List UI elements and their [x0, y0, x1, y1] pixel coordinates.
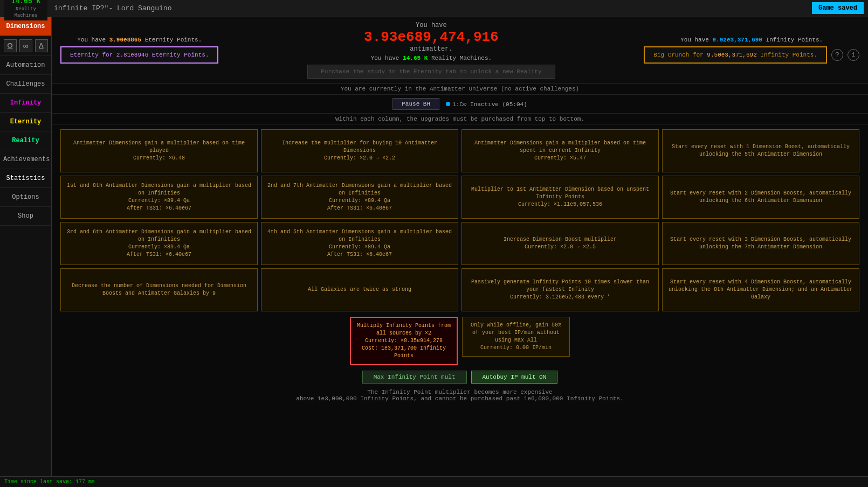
infinity-value: 9.92e3,371,690 — [713, 37, 762, 43]
sidebar-item-options[interactable]: Options — [0, 188, 51, 207]
upgrade-4-2[interactable]: All Galaxies are twice as strong — [261, 268, 458, 311]
upgrade-4-1[interactable]: Decrease the number of Dimensions needed… — [60, 268, 258, 311]
info-icon[interactable]: i — [848, 49, 859, 61]
sidebar-item-achievements[interactable]: Achievements — [0, 150, 51, 169]
reality-machines-value: 14.65 K — [8, 0, 44, 6]
sidebar-item-challenges[interactable]: Challenges — [0, 75, 51, 94]
upgrade-2-4[interactable]: Start every reset with 2 Dimension Boost… — [662, 176, 859, 219]
upgrades-row-3: 3rd and 6th Antimatter Dimensions gain a… — [60, 222, 859, 265]
bottom-bar: Time since last save: 177 ms — [0, 476, 868, 487]
upgrade-1-2[interactable]: Increase the multiplier for buying 10 An… — [261, 129, 458, 172]
reality-label: Reality — [8, 6, 44, 13]
eternity-btn-label: Eternity for — [70, 52, 113, 58]
upgrades-area: Antimatter Dimensions gain a multiplier … — [52, 125, 868, 408]
sidebar: Dimensions Ω ∞ Δ Automation Challenges I… — [0, 17, 52, 476]
antimatter-section: You have 3.93e689,474,916 antimatter. Yo… — [307, 22, 555, 79]
rm-display-label: You have — [371, 55, 399, 61]
big-crunch-value: 9.50e3,371,692 — [707, 52, 756, 58]
eternity-stat-block: You have 3.90e8865 Eternity Points. — [77, 37, 202, 43]
header-stats: You have 3.90e8865 Eternity Points. Eter… — [52, 17, 868, 84]
column-hint: Within each column, the upgrades must be… — [52, 114, 868, 125]
eternity-value: 3.90e8865 — [109, 37, 141, 43]
rm-display-value: 14.65 K — [403, 55, 428, 61]
bottom-upgrade-2[interactable]: Only while offline, gain 50% of your bes… — [462, 317, 570, 357]
bh-status-text: 1:C⊙ Inactive (05:04) — [452, 101, 527, 108]
upgrade-1-1[interactable]: Antimatter Dimensions gain a multiplier … — [60, 129, 258, 172]
eternity-btn-value: 2.81e8946 — [116, 52, 148, 58]
upgrade-2-3[interactable]: Multiplier to 1st Antimatter Dimension b… — [461, 176, 659, 219]
sidebar-item-shop[interactable]: Shop — [0, 207, 51, 226]
reality-machines-display: 14.65 K Reality Machines — [4, 0, 47, 20]
delta-icon-btn[interactable]: Δ — [35, 39, 48, 52]
sidebar-dimension-icons: Ω ∞ Δ — [0, 36, 51, 56]
hint-line-2: above 1e3,000,000 Infinity Points, and c… — [65, 395, 855, 402]
eternity-label: You have — [77, 37, 106, 43]
eternity-points-label: Eternity Points. — [145, 37, 202, 43]
upgrade-4-4[interactable]: Start every reset with 4 Dimension Boost… — [662, 268, 859, 311]
bh-status: 1:C⊙ Inactive (05:04) — [446, 101, 527, 108]
machines-label: Machines — [8, 13, 44, 19]
eternity-btn-suffix: Eternity Points. — [152, 52, 209, 58]
bottom-upgrades: Multiply Infinity Points from all source… — [60, 315, 859, 367]
main-layout: Dimensions Ω ∞ Δ Automation Challenges I… — [0, 17, 868, 476]
upgrade-3-1[interactable]: 3rd and 6th Antimatter Dimensions gain a… — [60, 222, 258, 265]
hint-line-1: The Infinity Point multiplier becomes mo… — [65, 389, 855, 395]
hint-text: The Infinity Point multiplier becomes mo… — [60, 387, 859, 404]
upgrades-row-1: Antimatter Dimensions gain a multiplier … — [60, 129, 859, 172]
upgrade-3-4[interactable]: Start every reset with 3 Dimension Boost… — [662, 222, 859, 265]
big-crunch-label: Big Crunch for — [653, 52, 703, 58]
help-icon[interactable]: ? — [831, 49, 843, 61]
antimatter-label1: You have — [307, 22, 555, 29]
upgrade-1-3[interactable]: Antimatter Dimensions gain a multiplier … — [461, 129, 659, 172]
page-title: infinite IP?"- Lord Sanguino — [54, 4, 171, 12]
pause-bh-button[interactable]: Pause BH — [392, 98, 439, 110]
sidebar-item-reality[interactable]: Reality — [0, 131, 51, 150]
antimatter-value: 3.93e689,474,916 — [307, 29, 555, 45]
sidebar-item-automation[interactable]: Automation — [0, 56, 51, 75]
upgrade-3-3[interactable]: Increase Dimension Boost multiplier Curr… — [461, 222, 659, 265]
max-infinity-mult-button[interactable]: Max Infinity Point mult — [362, 371, 467, 384]
sidebar-item-eternity[interactable]: Eternity — [0, 113, 51, 131]
upgrades-row-4: Decrease the number of Dimensions needed… — [60, 268, 859, 311]
bottom-bar-text: Time since last save: 177 ms — [4, 479, 95, 485]
upgrade-2-2[interactable]: 2nd and 7th Antimatter Dimensions gain a… — [261, 176, 458, 219]
action-buttons: Max Infinity Point mult Autobuy IP mult … — [60, 367, 859, 387]
content-area: You have 3.90e8865 Eternity Points. Eter… — [52, 17, 868, 476]
sidebar-item-infinity[interactable]: Infinity — [0, 94, 51, 113]
sidebar-item-statistics[interactable]: Statistics — [0, 169, 51, 188]
big-crunch-suffix: Infinity Points. — [760, 52, 817, 58]
game-saved-button[interactable]: Game saved — [812, 2, 864, 14]
purchase-study-button[interactable]: Purchase the study in the Eternity tab t… — [307, 65, 555, 79]
eternity-button[interactable]: Eternity for 2.81e8946 Eternity Points. — [60, 46, 218, 64]
control-bar: Pause BH 1:C⊙ Inactive (05:04) — [52, 95, 868, 114]
autobuy-ip-mult-button[interactable]: Autobuy IP mult ON — [471, 371, 558, 384]
omega-icon-btn[interactable]: Ω — [4, 39, 17, 52]
study-text: Purchase the study in the Eternity tab t… — [321, 68, 541, 75]
infinity-label: You have — [680, 37, 709, 43]
status-bar: You are currently in the Antimatter Univ… — [52, 84, 868, 95]
upgrades-row-2: 1st and 8th Antimatter Dimensions gain a… — [60, 176, 859, 219]
bottom-upgrade-1[interactable]: Multiply Infinity Points from all source… — [350, 317, 458, 365]
rm-display-text: Reality Machines. — [431, 55, 492, 61]
status-text: You are currently in the Antimatter Univ… — [341, 86, 579, 92]
top-bar: 14.65 K Reality Machines infinite IP?"- … — [0, 0, 868, 17]
upgrade-4-3[interactable]: Passively generate Infinity Points 10 ti… — [461, 268, 659, 311]
big-crunch-button[interactable]: Big Crunch for 9.50e3,371,692 Infinity P… — [644, 46, 827, 64]
antimatter-label2: antimatter. — [307, 45, 555, 53]
upgrade-1-4[interactable]: Start every reset with 1 Dimension Boost… — [662, 129, 859, 172]
upgrade-2-1[interactable]: 1st and 8th Antimatter Dimensions gain a… — [60, 176, 258, 219]
infinity-icon-btn[interactable]: ∞ — [19, 39, 32, 52]
infinity-stat-block: You have 9.92e3,371,690 Infinity Points. — [680, 37, 823, 43]
infinity-points-label: Infinity Points. — [766, 37, 823, 43]
upgrade-3-2[interactable]: 4th and 5th Antimatter Dimensions gain a… — [261, 222, 458, 265]
bh-dot-icon — [446, 102, 450, 106]
